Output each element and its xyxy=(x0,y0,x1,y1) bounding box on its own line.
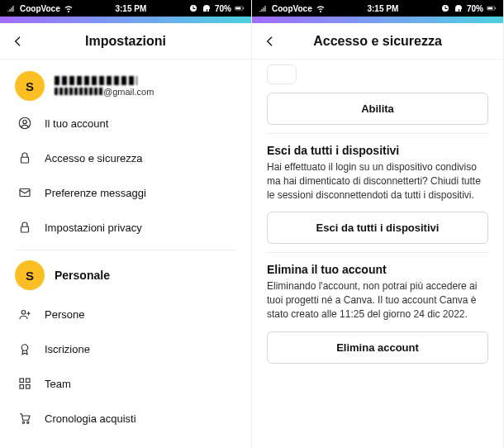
option-stub xyxy=(267,64,297,84)
back-button[interactable] xyxy=(260,31,280,51)
svg-rect-7 xyxy=(21,226,29,232)
app-tabbar xyxy=(0,17,251,23)
menu-label: Impostazioni privacy xyxy=(45,222,142,234)
svg-rect-5 xyxy=(21,157,29,163)
svg-rect-18 xyxy=(495,7,496,9)
chevron-left-icon xyxy=(264,35,277,48)
divider xyxy=(15,250,236,250)
svg-rect-11 xyxy=(26,379,31,383)
battery-icon xyxy=(487,3,497,13)
menu-label: Cronologia acquisti xyxy=(45,412,136,425)
content: Abilita Esci da tutti i dispositivi Hai … xyxy=(252,60,503,448)
divider xyxy=(267,252,488,253)
logout-all-body: Hai effettuato il login su un dispositiv… xyxy=(252,160,503,207)
enable-button[interactable]: Abilita xyxy=(267,93,488,125)
cart-icon xyxy=(17,410,33,427)
section-label: Personale xyxy=(55,269,110,282)
svg-rect-2 xyxy=(243,7,244,9)
logout-all-heading: Esci da tutti i dispositivi xyxy=(252,139,503,160)
menu-access-security[interactable]: Accesso e sicurezza xyxy=(0,141,251,175)
profile-row[interactable]: S @gmail.com xyxy=(0,60,251,106)
svg-rect-6 xyxy=(20,189,30,197)
svg-point-15 xyxy=(27,422,29,423)
menu-purchase-history[interactable]: Cronologia acquisti xyxy=(0,401,251,436)
people-add-icon xyxy=(17,306,33,322)
svg-rect-13 xyxy=(26,385,31,389)
chevron-left-icon xyxy=(12,35,25,48)
menu-subscription[interactable]: Iscrizione xyxy=(0,331,251,366)
menu-label: Iscrizione xyxy=(45,343,90,355)
wifi-icon xyxy=(316,3,326,13)
grid-icon xyxy=(17,375,33,392)
svg-rect-1 xyxy=(235,7,240,10)
status-bar: CoopVoce 3:15 PM 70% xyxy=(252,0,503,17)
battery-pct: 70% xyxy=(215,4,231,13)
menu-label: Preferenze messaggi xyxy=(45,187,146,199)
menu-people[interactable]: Persone xyxy=(0,297,251,331)
logout-all-button[interactable]: Esci da tutti i dispositivi xyxy=(267,212,488,244)
headphones-icon xyxy=(454,3,464,13)
menu-your-account[interactable]: Il tuo account xyxy=(0,106,251,141)
divider xyxy=(267,133,488,134)
header: Accesso e sicurezza xyxy=(252,23,503,60)
delete-account-heading: Elimina il tuo account xyxy=(252,258,503,279)
delete-account-button[interactable]: Elimina account xyxy=(267,331,488,364)
right-screen: CoopVoce 3:15 PM 70% Accesso e sicurezza… xyxy=(252,0,504,448)
profile-email-suffix: @gmail.com xyxy=(103,87,154,97)
app-tabbar xyxy=(252,17,503,23)
alarm-icon xyxy=(440,3,450,13)
content: S @gmail.com Il tuo account Accesso e si… xyxy=(0,60,251,448)
menu-message-prefs[interactable]: Preferenze messaggi xyxy=(0,175,251,210)
left-screen: CoopVoce 3:15 PM 70% Impostazioni S @gma… xyxy=(0,0,252,448)
alarm-icon xyxy=(188,3,198,13)
menu-team[interactable]: Team xyxy=(0,366,251,401)
svg-point-9 xyxy=(21,345,28,351)
menu-label: Persone xyxy=(45,308,84,321)
mail-icon xyxy=(17,184,33,201)
person-circle-icon xyxy=(17,115,33,131)
menu-label: Accesso e sicurezza xyxy=(45,152,143,164)
clock: 3:15 PM xyxy=(115,4,146,13)
wifi-icon xyxy=(64,3,74,13)
svg-rect-17 xyxy=(487,7,492,10)
svg-rect-10 xyxy=(20,379,24,383)
avatar: S xyxy=(15,71,45,101)
svg-rect-12 xyxy=(20,385,24,389)
lock-icon xyxy=(17,150,33,166)
carrier-label: CoopVoce xyxy=(272,4,312,13)
status-bar: CoopVoce 3:15 PM 70% xyxy=(0,0,251,17)
back-button[interactable] xyxy=(8,31,28,51)
menu-label: Il tuo account xyxy=(45,117,108,130)
header: Impostazioni xyxy=(0,23,251,60)
headphones-icon xyxy=(202,3,212,13)
lock-icon xyxy=(17,219,33,236)
page-title: Impostazioni xyxy=(85,34,166,49)
battery-icon xyxy=(235,3,245,13)
menu-privacy-settings[interactable]: Impostazioni privacy xyxy=(0,210,251,245)
svg-point-4 xyxy=(23,120,27,124)
section-personal[interactable]: S Personale xyxy=(0,255,251,297)
badge-icon xyxy=(17,341,33,357)
svg-point-14 xyxy=(22,422,24,423)
profile-name-redacted xyxy=(55,76,137,85)
menu-label: Team xyxy=(45,378,71,390)
svg-point-8 xyxy=(21,311,26,315)
delete-account-body: Eliminando l'account, non potrai più acc… xyxy=(252,279,503,326)
signal-icon xyxy=(259,3,269,13)
clock: 3:15 PM xyxy=(367,4,398,13)
profile-email-redacted xyxy=(55,88,102,95)
page-title: Accesso e sicurezza xyxy=(313,34,442,49)
carrier-label: CoopVoce xyxy=(20,4,60,13)
signal-icon xyxy=(7,3,17,13)
battery-pct: 70% xyxy=(467,4,483,13)
avatar: S xyxy=(15,260,45,290)
